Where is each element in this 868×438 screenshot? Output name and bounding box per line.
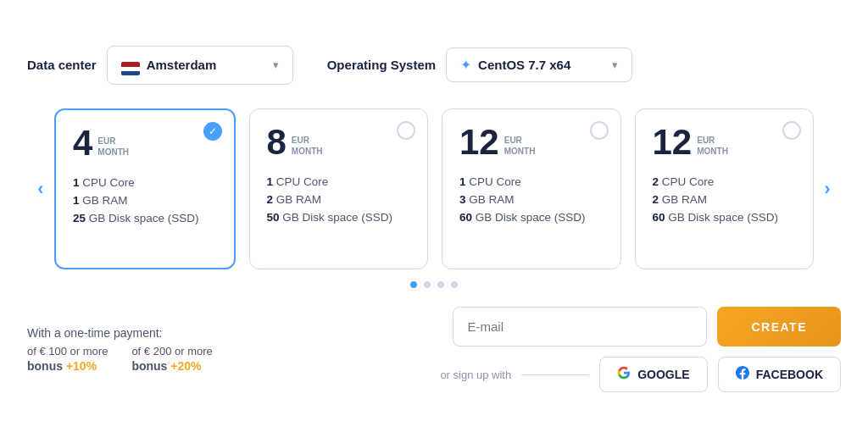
datacenter-dropdown[interactable]: Amsterdam ▾ <box>107 46 293 86</box>
price-label-0: EUR MONTH <box>97 136 129 161</box>
price-label-1: EUR MONTH <box>292 135 323 160</box>
datacenter-dropdown-inner: Amsterdam <box>121 55 217 76</box>
cards-row: ✓ 4 EUR MONTH 1 CPU Core 1 GB RAM 25 GB … <box>54 108 814 269</box>
datacenter-label: Data center <box>27 58 97 72</box>
bonus2-text: bonus +20% <box>131 359 212 373</box>
radio-checked-icon-0: ✓ <box>203 122 222 141</box>
plan-card-1[interactable]: 8 EUR MONTH 1 CPU Core 2 GB RAM 50 GB Di… <box>249 108 429 269</box>
disk-spec-2: 60 GB Disk space (SSD) <box>459 211 604 224</box>
main-container: Data center Amsterdam ▾ Operating System <box>27 29 841 410</box>
os-chevron-icon: ▾ <box>612 58 618 71</box>
os-field: Operating System ✦ CentOS 7.7 x64 ▾ <box>327 47 632 82</box>
facebook-icon <box>736 366 749 383</box>
price-row-2: 12 EUR MONTH <box>459 125 604 160</box>
prev-arrow-button[interactable]: ‹ <box>27 171 54 207</box>
price-row-1: 8 EUR MONTH <box>267 125 411 160</box>
facebook-label: FACEBOOK <box>756 368 823 381</box>
email-create-section: CREATE or sign up with GOOGLE FACEBOOK <box>233 307 841 392</box>
os-label: Operating System <box>327 58 436 72</box>
os-value: CentOS 7.7 x64 <box>478 58 570 72</box>
google-icon <box>617 366 631 383</box>
cards-wrapper: ‹ ✓ 4 EUR MONTH 1 CPU Core 1 GB RAM 25 G… <box>27 108 841 269</box>
cpu-spec-1: 1 CPU Core <box>267 175 411 188</box>
flag-icon <box>121 55 140 76</box>
payment-bonuses: of € 100 or more bonus +10% of € 200 or … <box>27 345 213 373</box>
cpu-spec-0: 1 CPU Core <box>73 176 217 189</box>
bonus1-text: bonus +10% <box>27 359 108 373</box>
social-row: or sign up with GOOGLE FACEBOOK <box>233 357 841 392</box>
google-button[interactable]: GOOGLE <box>599 357 707 392</box>
cpu-spec-3: 2 CPU Core <box>653 175 797 188</box>
datacenter-value: Amsterdam <box>147 58 217 72</box>
radio-circle-3 <box>782 121 801 140</box>
google-label: GOOGLE <box>637 368 689 381</box>
dot-0[interactable] <box>410 281 417 288</box>
price-row-3: 12 EUR MONTH <box>653 125 797 160</box>
price-row-0: 4 EUR MONTH <box>73 125 217 161</box>
dot-1[interactable] <box>424 281 431 288</box>
os-dropdown[interactable]: ✦ CentOS 7.7 x64 ▾ <box>446 47 632 82</box>
ram-spec-3: 2 GB RAM <box>653 193 797 206</box>
dot-2[interactable] <box>437 281 444 288</box>
next-arrow-button[interactable]: › <box>814 171 841 207</box>
payment-title: With a one-time payment: <box>27 326 213 340</box>
price-label-3: EUR MONTH <box>697 135 728 160</box>
payment-info: With a one-time payment: of € 100 or mor… <box>27 326 213 373</box>
ram-spec-2: 3 GB RAM <box>459 193 604 206</box>
price-number-1: 8 <box>267 125 287 160</box>
ram-spec-1: 2 GB RAM <box>267 193 411 206</box>
bonus-item-2: of € 200 or more bonus +20% <box>131 345 212 373</box>
email-create-row: CREATE <box>233 307 841 347</box>
os-icon: ✦ <box>460 57 471 73</box>
os-dropdown-inner: ✦ CentOS 7.7 x64 <box>460 57 570 73</box>
cpu-spec-2: 1 CPU Core <box>459 175 604 188</box>
radio-circle-1 <box>397 121 415 140</box>
bonus-item-1: of € 100 or more bonus +10% <box>27 345 108 373</box>
or-sign-up-text: or sign up with <box>440 369 511 381</box>
bonus1-pct: +10% <box>66 359 97 373</box>
price-number-0: 4 <box>73 125 92 161</box>
price-number-2: 12 <box>459 125 499 160</box>
bonus1-of: of € 100 or more <box>27 345 108 358</box>
radio-circle-2 <box>590 121 609 140</box>
ram-spec-0: 1 GB RAM <box>73 194 217 207</box>
dot-3[interactable] <box>451 281 458 288</box>
plan-card-2[interactable]: 12 EUR MONTH 1 CPU Core 3 GB RAM 60 GB D… <box>442 108 621 269</box>
header-row: Data center Amsterdam ▾ Operating System <box>27 46 841 86</box>
price-label-2: EUR MONTH <box>504 135 536 160</box>
disk-spec-1: 50 GB Disk space (SSD) <box>267 211 411 224</box>
price-number-3: 12 <box>653 125 693 160</box>
datacenter-chevron-icon: ▾ <box>273 58 279 71</box>
disk-spec-3: 60 GB Disk space (SSD) <box>653 211 797 224</box>
facebook-button[interactable]: FACEBOOK <box>718 357 841 392</box>
disk-spec-0: 25 GB Disk space (SSD) <box>73 212 217 225</box>
email-input[interactable] <box>453 307 707 347</box>
bottom-row: With a one-time payment: of € 100 or mor… <box>27 307 841 392</box>
pagination-dots <box>27 281 841 288</box>
bonus2-pct: +20% <box>170 359 201 373</box>
plan-card-3[interactable]: 12 EUR MONTH 2 CPU Core 2 GB RAM 60 GB D… <box>635 108 815 269</box>
datacenter-field: Data center Amsterdam ▾ <box>27 46 293 86</box>
create-button[interactable]: CREATE <box>717 307 841 347</box>
bonus2-of: of € 200 or more <box>131 345 212 358</box>
plan-card-0[interactable]: ✓ 4 EUR MONTH 1 CPU Core 1 GB RAM 25 GB … <box>54 108 236 269</box>
social-divider <box>521 374 589 375</box>
